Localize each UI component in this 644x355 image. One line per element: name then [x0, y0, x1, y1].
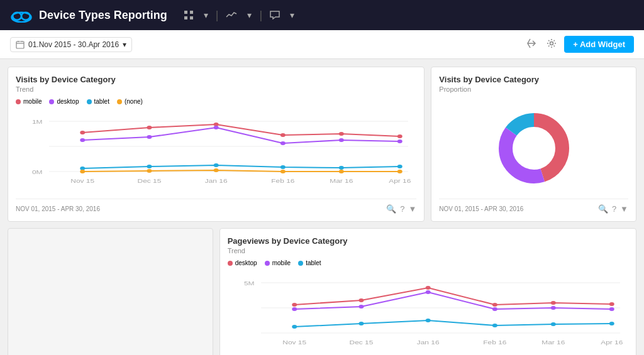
svg-point-61: [292, 303, 297, 307]
pageviews-trend-title: Pageviews by Device Category: [228, 236, 628, 246]
date-range-selector[interactable]: 01.Nov 2015 - 30.Apr 2016 ▾: [10, 37, 132, 52]
svg-point-40: [397, 165, 402, 168]
visits-proportion-date-range: NOV 01, 2015 - APR 30, 2016: [439, 205, 523, 212]
header-nav: ▾ | ▾ | ▾: [180, 8, 298, 23]
svg-point-77: [551, 322, 556, 326]
nav-sep-1: |: [216, 9, 219, 22]
svg-point-76: [492, 324, 497, 327]
share-button[interactable]: [524, 36, 539, 53]
visits-trend-date-range: NOV 01, 2015 - APR 30, 2016: [16, 205, 100, 212]
visits-proportion-footer: NOV 01, 2015 - APR 30, 2016 🔍 ? ▼: [439, 199, 628, 214]
svg-text:5M: 5M: [244, 280, 255, 286]
svg-text:Nov 15: Nov 15: [282, 339, 306, 345]
pv-legend-desktop-dot: [228, 261, 233, 266]
svg-rect-5: [184, 16, 187, 19]
add-widget-button[interactable]: + Add Widget: [564, 36, 634, 53]
pageviews-trend-chart: 5M Nov 15 Dec 15 Jan 16 Feb 16 Mar 16 Ap…: [228, 270, 628, 355]
calendar-icon: [16, 40, 25, 49]
svg-point-65: [551, 301, 556, 305]
svg-point-78: [609, 322, 614, 325]
svg-text:Nov 15: Nov 15: [70, 177, 94, 183]
help-icon2[interactable]: ?: [612, 204, 616, 214]
legend-desktop-label: desktop: [57, 98, 79, 105]
filter-icon2[interactable]: ▼: [620, 204, 628, 214]
visits-proportion-subtitle: Proportion: [439, 85, 628, 93]
svg-text:0M: 0M: [32, 168, 43, 175]
svg-point-39: [339, 166, 344, 170]
trend-menu-button[interactable]: [222, 8, 241, 22]
svg-point-36: [147, 165, 152, 168]
pageviews-trend-legend: desktop mobile tablet: [228, 259, 628, 266]
date-range-text: 01.Nov 2015 - 30.Apr 2016: [28, 40, 119, 49]
main-grid: Visits by Device Category Trend mobile d…: [0, 59, 644, 355]
pv-legend-tablet-dot: [298, 261, 303, 266]
search-icon[interactable]: 🔍: [386, 204, 396, 214]
svg-point-50: [515, 129, 553, 167]
svg-point-46: [397, 170, 402, 173]
svg-point-45: [339, 170, 344, 173]
svg-point-28: [397, 134, 402, 138]
pageviews-trend-card: Pageviews by Device Category Trend deskt…: [219, 228, 636, 355]
svg-point-33: [339, 138, 344, 142]
svg-text:Jan 16: Jan 16: [205, 177, 228, 183]
pv-legend-mobile-label: mobile: [272, 259, 291, 266]
pv-legend-desktop-label: desktop: [235, 259, 257, 266]
grid-dropdown-button[interactable]: ▾: [200, 8, 212, 23]
svg-point-31: [214, 126, 219, 129]
svg-point-32: [280, 141, 286, 145]
svg-text:Dec 15: Dec 15: [138, 177, 162, 183]
svg-point-37: [214, 163, 219, 167]
toolbar-right: + Add Widget: [524, 36, 634, 53]
visits-trend-title: Visits by Device Category: [16, 75, 416, 84]
visits-proportion-footer-icons: 🔍 ? ▼: [598, 204, 628, 214]
legend-desktop: desktop: [49, 98, 79, 105]
chat-dropdown-button[interactable]: ▾: [286, 8, 298, 23]
svg-point-24: [147, 126, 152, 129]
svg-rect-6: [190, 16, 193, 19]
settings-button[interactable]: [544, 36, 559, 53]
grid-menu-button[interactable]: [180, 8, 197, 23]
visits-trend-chart: 1M 0M Nov 15 Dec 15 Jan 16 Feb 16 Mar 16…: [16, 109, 416, 199]
svg-point-26: [280, 133, 286, 137]
svg-point-27: [339, 132, 344, 136]
logo: Device Types Reporting: [10, 8, 167, 23]
svg-point-69: [425, 290, 430, 294]
legend-desktop-dot: [49, 99, 54, 104]
search-icon2[interactable]: 🔍: [598, 204, 608, 214]
visits-proportion-chart: [439, 98, 628, 199]
svg-text:Mar 16: Mar 16: [330, 177, 353, 183]
svg-point-67: [292, 307, 297, 311]
legend-mobile-dot: [16, 99, 21, 104]
pv-legend-mobile: mobile: [265, 259, 291, 266]
legend-tablet-label: tablet: [94, 98, 109, 105]
svg-point-44: [280, 170, 286, 173]
filter-icon[interactable]: ▼: [408, 204, 416, 214]
svg-point-71: [551, 306, 556, 310]
svg-text:Jan 16: Jan 16: [416, 339, 439, 345]
cloud-logo-icon: [10, 8, 33, 23]
svg-point-41: [80, 170, 85, 173]
svg-text:Mar 16: Mar 16: [541, 339, 565, 345]
svg-point-43: [214, 168, 219, 172]
legend-none-label: (none): [125, 98, 143, 105]
svg-point-38: [280, 165, 286, 169]
toolbar: 01.Nov 2015 - 30.Apr 2016 ▾ + Add Widget: [0, 30, 644, 59]
legend-tablet: tablet: [87, 98, 109, 105]
svg-text:1M: 1M: [32, 118, 43, 124]
visits-proportion-title: Visits by Device Category: [439, 75, 628, 84]
legend-mobile: mobile: [16, 98, 42, 105]
help-icon[interactable]: ?: [400, 204, 404, 214]
legend-tablet-dot: [87, 99, 92, 104]
chat-button[interactable]: [266, 8, 284, 22]
visits-trend-footer-icons: 🔍 ? ▼: [386, 204, 416, 214]
svg-point-73: [292, 325, 297, 329]
svg-point-72: [609, 307, 614, 311]
svg-text:Dec 15: Dec 15: [349, 339, 373, 345]
add-widget-label: + Add Widget: [573, 40, 625, 49]
svg-point-66: [609, 302, 614, 306]
pv-legend-desktop: desktop: [228, 259, 257, 266]
pv-legend-tablet-label: tablet: [306, 259, 321, 266]
trend-dropdown-button[interactable]: ▾: [243, 8, 255, 23]
svg-rect-7: [16, 41, 24, 48]
svg-point-29: [80, 138, 85, 142]
